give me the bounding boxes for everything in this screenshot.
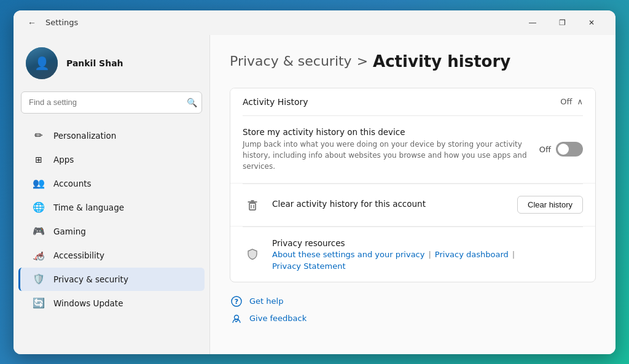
search-input[interactable] <box>21 91 202 114</box>
privacy-links: About these settings and your privacy | … <box>272 250 583 271</box>
minimize-button[interactable]: — <box>518 13 547 33</box>
privacy-shield-icon <box>243 244 262 264</box>
clear-history-button[interactable]: Clear history <box>517 196 583 214</box>
privacy-sep-1: | <box>428 250 431 259</box>
back-button[interactable]: ← <box>23 14 41 31</box>
personalization-icon: ✏️ <box>33 130 45 142</box>
avatar <box>26 47 58 79</box>
section-header-title: Activity History <box>243 97 308 107</box>
breadcrumb-current: Activity history <box>373 52 510 71</box>
privacy-resources-title: Privacy resources <box>272 238 583 248</box>
section-header-right: Off ∧ <box>560 97 583 106</box>
sidebar: Pankil Shah 🔍 ✏️ Personalization ⊞ Apps … <box>14 35 210 354</box>
sidebar-item-apps[interactable]: ⊞ Apps <box>18 148 205 171</box>
store-activity-desc: Jump back into what you were doing on yo… <box>243 139 529 172</box>
privacy-security-icon: 🛡️ <box>33 273 45 285</box>
accounts-icon: 👥 <box>33 177 45 190</box>
content-area: Pankil Shah 🔍 ✏️ Personalization ⊞ Apps … <box>14 35 615 354</box>
maximize-button[interactable]: ❐ <box>548 13 576 33</box>
breadcrumb-parent: Privacy & security <box>230 53 352 69</box>
get-help-link[interactable]: ? Get help <box>230 295 596 308</box>
sidebar-item-label: Accessibility <box>53 250 104 260</box>
nav-list: ✏️ Personalization ⊞ Apps 👥 Accounts 🌐 T… <box>14 121 209 318</box>
clear-history-row: Clear activity history for this account … <box>230 184 595 227</box>
store-activity-toggle[interactable] <box>556 142 583 157</box>
store-activity-row: Store my activity history on this device… <box>230 116 595 184</box>
sidebar-item-accessibility[interactable]: 🦽 Accessibility <box>18 244 205 267</box>
windows-update-icon: 🔄 <box>33 297 45 309</box>
sidebar-item-label: Time & language <box>53 203 124 212</box>
sidebar-item-time-language[interactable]: 🌐 Time & language <box>18 196 205 219</box>
titlebar: ← Settings — ❐ ✕ <box>14 10 615 35</box>
sidebar-item-windows-update[interactable]: 🔄 Windows Update <box>18 292 205 315</box>
sidebar-item-label: Personalization <box>53 131 116 141</box>
time-language-icon: 🌐 <box>33 201 45 214</box>
svg-rect-0 <box>249 203 256 210</box>
privacy-resources-row: Privacy resources About these settings a… <box>230 227 595 282</box>
search-box: 🔍 <box>21 91 202 114</box>
privacy-resources-text: Privacy resources About these settings a… <box>272 238 583 271</box>
window-controls: — ❐ ✕ <box>518 13 606 33</box>
apps-icon: ⊞ <box>33 153 45 166</box>
settings-window: ← Settings — ❐ ✕ Pankil Shah 🔍 ✏️ <box>14 10 615 354</box>
privacy-link-statement[interactable]: Privacy Statement <box>272 261 346 271</box>
clear-history-control: Clear history <box>517 196 583 214</box>
privacy-sep-2: | <box>512 250 515 259</box>
store-activity-text: Store my activity history on this device… <box>243 127 529 172</box>
trash-icon <box>243 195 262 215</box>
close-button[interactable]: ✕ <box>577 13 606 33</box>
sidebar-item-label: Apps <box>53 155 74 165</box>
sidebar-item-label: Privacy & security <box>53 274 128 284</box>
clear-history-text: Clear activity history for this account <box>272 199 507 211</box>
section-status: Off <box>560 97 572 106</box>
sidebar-item-gaming[interactable]: 🎮 Gaming <box>18 220 205 243</box>
search-icon[interactable]: 🔍 <box>187 98 197 107</box>
privacy-link-dashboard[interactable]: Privacy dashboard <box>435 250 509 259</box>
sidebar-item-accounts[interactable]: 👥 Accounts <box>18 172 205 195</box>
svg-text:?: ? <box>235 298 238 306</box>
sidebar-item-label: Accounts <box>53 179 92 188</box>
toggle-label: Off <box>539 145 551 154</box>
footer-links: ? Get help Give feedback <box>230 295 596 325</box>
store-activity-title: Store my activity history on this device <box>243 127 529 137</box>
store-activity-control: Off <box>539 142 583 157</box>
accessibility-icon: 🦽 <box>33 249 45 261</box>
give-feedback-icon <box>230 312 243 325</box>
main-content: Privacy & security > Activity history Ac… <box>210 35 615 354</box>
user-name: Pankil Shah <box>66 58 123 68</box>
sidebar-item-label: Windows Update <box>53 298 123 308</box>
breadcrumb-separator: > <box>357 53 368 69</box>
sidebar-item-label: Gaming <box>53 227 86 236</box>
privacy-link-settings[interactable]: About these settings and your privacy <box>272 250 424 259</box>
section-header[interactable]: Activity History Off ∧ <box>230 88 595 115</box>
toggle-knob <box>558 144 569 155</box>
app-title: Settings <box>45 18 518 27</box>
chevron-up-icon: ∧ <box>577 97 583 106</box>
clear-history-title: Clear activity history for this account <box>272 199 507 209</box>
activity-history-card: Activity History Off ∧ Store my activity… <box>230 88 596 282</box>
give-feedback-label: Give feedback <box>249 314 307 323</box>
get-help-icon: ? <box>230 295 243 308</box>
get-help-label: Get help <box>249 296 283 306</box>
user-profile: Pankil Shah <box>14 35 209 89</box>
breadcrumb: Privacy & security > Activity history <box>230 52 596 71</box>
give-feedback-link[interactable]: Give feedback <box>230 312 596 325</box>
sidebar-item-personalization[interactable]: ✏️ Personalization <box>18 124 205 147</box>
gaming-icon: 🎮 <box>33 225 45 238</box>
sidebar-item-privacy-security[interactable]: 🛡️ Privacy & security <box>18 268 205 291</box>
